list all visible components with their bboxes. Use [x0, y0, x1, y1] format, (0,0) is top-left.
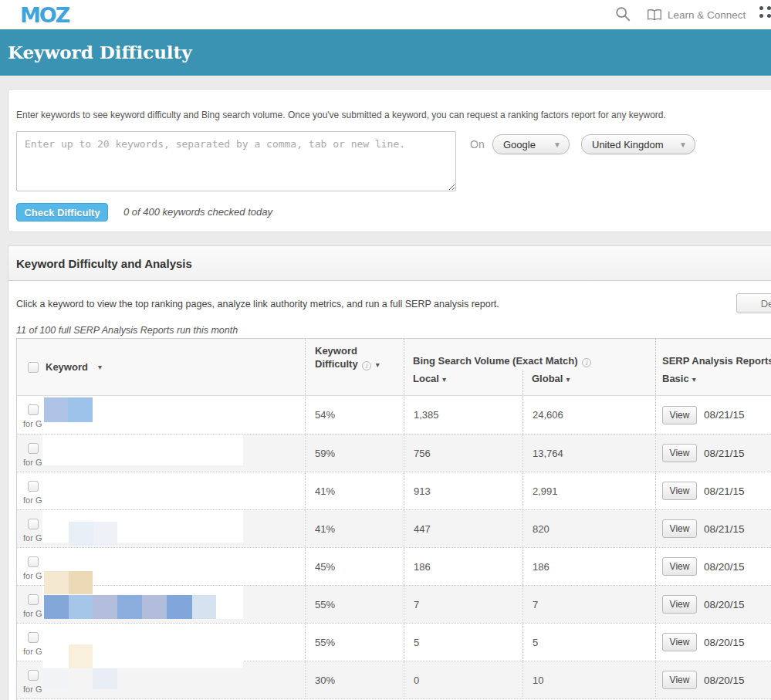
global-volume-cell: 186 [522, 548, 655, 585]
global-volume-cell: 5 [522, 624, 655, 661]
view-report-button[interactable]: View [662, 595, 697, 614]
row-checkbox[interactable] [28, 519, 39, 529]
view-report-button[interactable]: View [662, 482, 697, 500]
serp-report-cell: View08/21/15 [655, 510, 771, 547]
global-volume-cell: 820 [522, 510, 655, 547]
redacted-keyword-block [44, 595, 69, 619]
learn-and-connect-link[interactable]: Learn & Connect [647, 5, 746, 24]
local-volume-cell: 5 [404, 624, 522, 661]
difficulty-cell: 45% [305, 548, 404, 585]
global-volume-cell: 2,991 [522, 472, 655, 509]
difficulty-cell: 54% [305, 396, 404, 434]
moz-logo[interactable]: MOZ [20, 3, 69, 27]
table-row[interactable]: for G30%010View08/20/15 [17, 661, 771, 698]
column-header-global[interactable]: Global▾ [522, 370, 655, 395]
serp-group-label: SERP Analysis Reports [662, 355, 771, 367]
redacted-keyword-block [192, 595, 216, 619]
keyword-cell[interactable]: for G [17, 624, 305, 661]
row-checkbox[interactable] [28, 556, 39, 567]
report-date: 08/20/15 [704, 561, 745, 573]
sort-arrow-icon: ▾ [692, 375, 696, 384]
search-icon[interactable] [614, 5, 631, 22]
table-row[interactable]: for G55%55View08/20/15 [17, 623, 771, 661]
keywords-textarea[interactable] [16, 131, 456, 191]
sort-arrow-icon: ▾ [442, 375, 446, 384]
table-row[interactable]: for G45%186186View08/20/15 [17, 547, 771, 585]
serp-report-cell: View08/21/15 [655, 472, 771, 509]
keyword-input-panel: Enter keywords to see keyword difficulty… [8, 89, 771, 232]
search-engine-select[interactable]: Google ▼ [492, 134, 570, 154]
report-date: 08/20/15 [704, 599, 745, 610]
on-label: On [470, 138, 485, 150]
column-header-local[interactable]: Local▾ [404, 370, 522, 395]
row-checkbox[interactable] [28, 632, 39, 643]
column-header-difficulty[interactable]: Keyword Difficultyi▾ [305, 339, 404, 395]
local-volume-cell: 913 [404, 472, 522, 509]
serp-report-cell: View08/20/15 [655, 661, 771, 698]
keyword-cell[interactable]: for G [17, 548, 305, 585]
redacted-keyword-block [93, 595, 117, 619]
view-report-button[interactable]: View [662, 671, 697, 689]
top-bar: MOZ Learn & Connect [0, 0, 771, 29]
global-header-label: Global [532, 373, 563, 384]
keyword-cell[interactable]: for G [17, 435, 305, 472]
redacted-keyword-block [42, 435, 243, 465]
delete-button[interactable]: De [736, 293, 771, 313]
difficulty-cell: 55% [305, 586, 404, 623]
redacted-keyword-block [42, 472, 243, 503]
column-header-keyword[interactable]: Keyword ▾ [17, 339, 305, 395]
redacted-keyword-block [44, 397, 68, 422]
learn-and-connect-label: Learn & Connect [668, 9, 746, 21]
view-report-button[interactable]: View [662, 633, 697, 651]
check-difficulty-button[interactable]: Check Difficulty [16, 203, 108, 221]
redacted-keyword-block [93, 666, 117, 689]
info-icon[interactable]: i [362, 361, 371, 370]
row-checkbox[interactable] [28, 670, 39, 681]
keywords-quota-note: 0 of 400 keywords checked today [123, 206, 272, 218]
keyword-cell[interactable]: for G [17, 661, 305, 698]
table-row[interactable]: for G55%77View08/20/15 [17, 585, 771, 623]
view-report-button[interactable]: View [662, 557, 697, 576]
table-row[interactable]: for G41%447820View08/21/15 [17, 509, 771, 547]
keyword-cell[interactable]: for G [17, 510, 305, 547]
sort-arrow-icon: ▾ [376, 360, 380, 369]
keyword-subtitle: for G [23, 458, 42, 467]
table-row[interactable]: for G59%75613,764View08/21/15 [17, 434, 771, 472]
local-volume-cell: 1,385 [404, 396, 522, 434]
column-header-basic[interactable]: Basic▾ [655, 370, 771, 395]
serp-report-cell: View08/21/15 [655, 396, 771, 434]
keyword-subtitle: for G [23, 609, 42, 618]
local-volume-cell: 447 [404, 510, 522, 547]
redacted-keyword-block [68, 397, 93, 422]
keyword-redaction-overlay [17, 586, 305, 623]
view-report-button[interactable]: View [662, 444, 697, 462]
info-icon[interactable]: i [582, 358, 591, 367]
page-header-band: Keyword Difficulty [0, 29, 771, 76]
chevron-down-icon: ▼ [679, 140, 687, 149]
select-all-checkbox[interactable] [28, 362, 39, 373]
serp-reports-note: 11 of 100 full SERP Analysis Reports run… [16, 325, 238, 336]
row-checkbox[interactable] [28, 443, 39, 454]
keyword-cell[interactable]: for G [17, 396, 305, 434]
global-volume-cell: 10 [522, 661, 655, 698]
local-header-label: Local [413, 373, 439, 384]
row-checkbox[interactable] [28, 481, 39, 492]
difficulty-cell: 41% [305, 510, 404, 547]
view-report-button[interactable]: View [662, 406, 697, 424]
table-row[interactable]: for G54%1,38524,606View08/21/15 [17, 396, 771, 434]
keyword-redaction-overlay [17, 661, 305, 698]
view-report-button[interactable]: View [662, 519, 697, 538]
difficulty-cell: 59% [305, 435, 404, 472]
analysis-panel: Keyword Difficulty and Analysis Click a … [8, 245, 771, 700]
table-row[interactable]: for G41%9132,991View08/21/15 [17, 472, 771, 509]
sort-arrow-icon: ▾ [98, 363, 102, 371]
redacted-keyword-block [167, 595, 192, 619]
apps-grid-icon[interactable] [759, 6, 771, 18]
keyword-cell[interactable]: for G [17, 586, 305, 623]
row-checkbox[interactable] [28, 594, 39, 605]
keyword-subtitle: for G [23, 685, 42, 694]
country-select[interactable]: United Kingdom ▼ [581, 134, 695, 154]
row-checkbox[interactable] [28, 404, 39, 415]
keyword-cell[interactable]: for G [17, 472, 305, 509]
report-date: 08/20/15 [704, 637, 745, 648]
